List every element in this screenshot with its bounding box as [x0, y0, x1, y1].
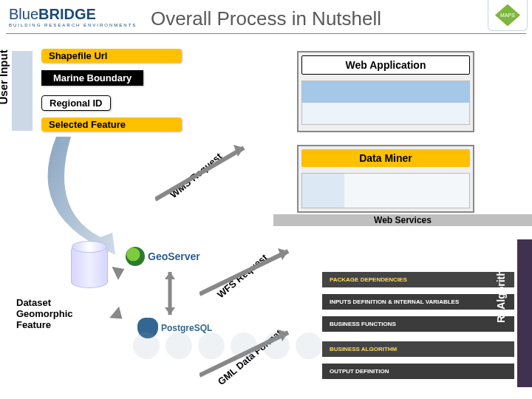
user-input-bar: User Input	[12, 51, 33, 131]
svg-marker-3	[165, 307, 175, 315]
pkg-functions: BUSINESS FUNCTIONS	[322, 316, 514, 332]
maps-diamond-icon: MAPS	[495, 4, 520, 27]
geoserver-icon	[126, 247, 145, 266]
wms-arrow-icon	[155, 140, 266, 207]
dataset-label: Dataset Geomorphic Feature	[16, 297, 98, 330]
logo-part2: BRIDGE	[38, 6, 96, 22]
logo-subtitle: BUILDING RESEARCH ENVIRONMENTS	[9, 23, 137, 27]
decorative-dots	[133, 332, 322, 359]
pill-regional-id: Regional ID	[41, 95, 111, 111]
header: BlueBRIDGE BUILDING RESEARCH ENVIRONMENT…	[0, 0, 532, 40]
corner-badge: MAPS	[488, 0, 528, 31]
r-algorithm-label: R- Algorithm	[495, 308, 507, 323]
logo-part1: Blue	[9, 6, 38, 22]
pkg-algorithm: BUSINESS ALGORITHM	[322, 341, 514, 357]
database-cylinder-icon	[71, 244, 108, 288]
wfs-arrow-icon	[200, 244, 310, 303]
web-application-header: Web Application	[301, 55, 470, 75]
small-arrow-icon-2	[109, 307, 127, 324]
r-algorithm-bar: R- Algorithm	[517, 239, 532, 387]
data-miner-box: Data Miner	[297, 145, 474, 213]
geoserver-text: GeoServer	[148, 250, 200, 262]
pkg-inputs: INPUTS DEFINITION & INTERNAL VARIABLES	[322, 294, 514, 310]
pill-selected-feature: Selected Feature	[41, 117, 182, 132]
pkg-output: OUTPUT DEFINITION	[322, 364, 514, 379]
postgresql-text: PostgreSQL	[161, 323, 212, 333]
pkg-deps: PACKAGE DEPENDENCIES	[322, 272, 514, 287]
user-input-label: User Input	[0, 84, 10, 105]
geoserver-label: GeoServer	[126, 247, 200, 266]
swoop-arrow-icon	[41, 137, 160, 255]
svg-marker-4	[165, 272, 175, 279]
webapp-screenshot-icon	[301, 81, 470, 125]
dataminer-screenshot-icon	[301, 173, 470, 208]
data-miner-header: Data Miner	[301, 149, 470, 167]
pill-marine-boundary: Marine Boundary	[41, 70, 143, 86]
geoserver-postgres-arrow-icon	[161, 270, 191, 322]
web-application-box: Web Application	[297, 51, 474, 132]
web-services-strip: Web Services	[273, 214, 532, 226]
pill-shapefile-url: Shapefile Url	[41, 49, 182, 63]
logo: BlueBRIDGE BUILDING RESEARCH ENVIRONMENT…	[9, 6, 137, 27]
